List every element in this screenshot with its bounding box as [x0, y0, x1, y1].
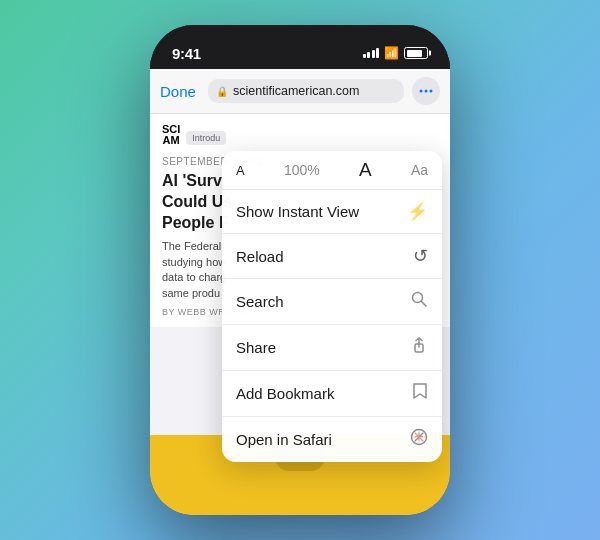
menu-item-search[interactable]: Search [222, 279, 442, 325]
battery-icon [404, 47, 428, 59]
status-time: 9:41 [172, 45, 201, 62]
svg-point-1 [425, 90, 428, 93]
status-bar: 9:41 📶 [150, 25, 450, 69]
menu-item-reload[interactable]: Reload ↺ [222, 234, 442, 279]
svg-point-0 [420, 90, 423, 93]
font-decrease-button[interactable]: A [236, 163, 245, 178]
menu-item-add-bookmark[interactable]: Add Bookmark [222, 371, 442, 417]
instant-view-icon: ⚡ [407, 201, 428, 222]
sci-bottom: AM [163, 135, 180, 146]
more-button[interactable] [412, 77, 440, 105]
ellipsis-icon [418, 83, 434, 99]
tab-intro: Introdu [186, 131, 226, 145]
menu-item-label: Open in Safari [236, 431, 332, 448]
font-size-row[interactable]: A 100% A Aa [222, 151, 442, 190]
menu-item-open-in-safari[interactable]: Open in Safari [222, 417, 442, 462]
svg-line-4 [422, 302, 427, 307]
sciam-logo: SCI AM [162, 124, 180, 146]
status-icons: 📶 [363, 46, 429, 60]
lock-icon: 🔒 [216, 86, 228, 97]
menu-item-label: Add Bookmark [236, 385, 334, 402]
menu-item-show-instant-view[interactable]: Show Instant View ⚡ [222, 190, 442, 234]
svg-point-2 [430, 90, 433, 93]
dropdown-menu: A 100% A Aa Show Instant View ⚡ Reload ↺… [222, 151, 442, 462]
menu-item-label: Show Instant View [236, 203, 359, 220]
bookmark-icon [412, 382, 428, 405]
reader-view-icon[interactable]: Aa [411, 162, 428, 178]
safari-icon [410, 428, 428, 451]
menu-item-label: Search [236, 293, 284, 310]
phone-frame: 9:41 📶 Done 🔒 scientificamerican.com [150, 25, 450, 515]
menu-item-label: Share [236, 339, 276, 356]
font-percent-label: 100% [284, 162, 320, 178]
browser-nav: Done 🔒 scientificamerican.com [150, 69, 450, 114]
url-bar[interactable]: 🔒 scientificamerican.com [208, 79, 404, 103]
menu-item-share[interactable]: Share [222, 325, 442, 371]
share-icon [410, 336, 428, 359]
reload-icon: ↺ [413, 245, 428, 267]
search-icon [410, 290, 428, 313]
signal-icon [363, 48, 380, 58]
wifi-icon: 📶 [384, 46, 399, 60]
menu-item-label: Reload [236, 248, 284, 265]
browser-background: Done 🔒 scientificamerican.com SCI AM [150, 69, 450, 515]
done-button[interactable]: Done [160, 83, 200, 100]
font-increase-button[interactable]: A [359, 159, 372, 181]
url-text: scientificamerican.com [233, 84, 359, 98]
